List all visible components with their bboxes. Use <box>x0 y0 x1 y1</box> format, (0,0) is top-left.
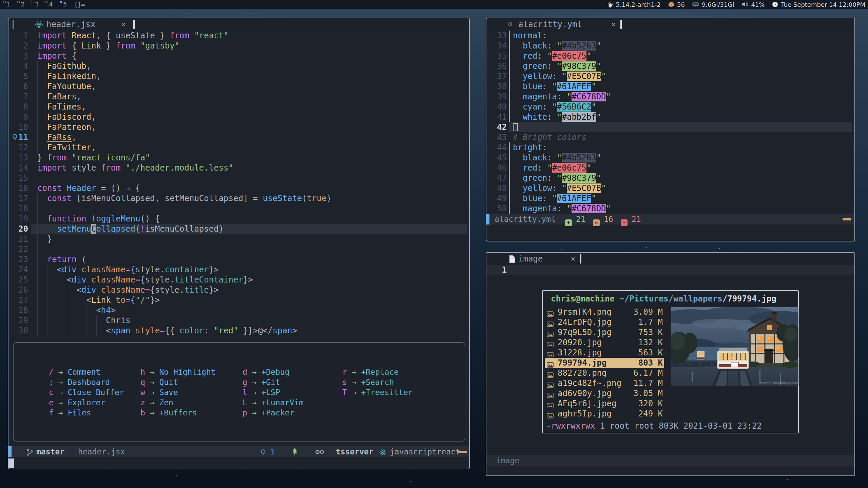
code-line[interactable]: FaPatreon, <box>37 122 96 132</box>
code-line[interactable]: red: "#e06c75" <box>513 51 591 61</box>
code-line[interactable]: FaTimes, <box>37 102 86 112</box>
workspace-4[interactable]: 4 <box>45 0 56 9</box>
code-line[interactable]: <div className={style.container}> <box>37 265 219 275</box>
code-line[interactable]: const [isMenuCollapsed, setMenuCollapsed… <box>37 193 331 203</box>
which-key-item[interactable]: ; → Dashboard <box>49 377 110 387</box>
tab-close-icon[interactable]: ✕ <box>571 254 575 263</box>
code-line[interactable]: yellow: "#E5C07B" <box>513 183 606 193</box>
which-key-item[interactable]: L → +LunarVim <box>243 397 304 408</box>
code-line[interactable]: FaLinkedin, <box>37 71 101 81</box>
code-line[interactable]: } <box>37 234 52 244</box>
tab-image[interactable]: image <box>518 254 543 264</box>
code-line[interactable]: FaRss, <box>37 132 77 142</box>
code-line[interactable]: import style from "./header.module.less" <box>37 163 233 173</box>
code-line[interactable]: FaGithub, <box>37 61 91 71</box>
code-token: ollapsed <box>96 224 135 234</box>
file-row[interactable]: 24LrDFQ.jpg1.7 M <box>545 317 664 327</box>
code-line[interactable]: red: "#e06c75" <box>513 163 591 173</box>
code-line[interactable]: FaYoutube, <box>37 81 96 92</box>
code-token: black <box>523 41 547 51</box>
code-line[interactable]: FaBars, <box>37 92 81 102</box>
file-row[interactable]: 9rsmTK4.png3.09 M <box>545 307 664 317</box>
code-line[interactable]: # Bright colors <box>513 132 586 142</box>
code-line[interactable]: } from "react-icons/fa" <box>37 153 150 163</box>
code-token: : <box>542 143 547 152</box>
code-action-bulb-icon[interactable] <box>11 133 19 142</box>
code-line[interactable]: magenta: "#C678DD" <box>513 203 611 214</box>
code-line[interactable]: <h4> <box>37 305 116 315</box>
code-line[interactable]: import { <box>37 51 77 61</box>
scroll-indicator[interactable] <box>843 218 851 220</box>
code-token: #4b5263 <box>562 153 596 162</box>
workspace-5[interactable]: 5 <box>59 0 70 9</box>
file-row[interactable]: AFq5r6j.jpeg320 K <box>545 398 664 409</box>
file-row[interactable]: 97q9L5D.jpg753 K <box>545 327 664 337</box>
code-line[interactable]: function toggleMenu() { <box>37 214 160 224</box>
code-line[interactable]: import { Link } from "gatsby" <box>37 41 179 51</box>
code-token <box>37 92 47 101</box>
which-key-item[interactable]: r → +Replace <box>342 367 399 377</box>
code-line[interactable]: FaTwitter, <box>37 142 96 153</box>
file-row[interactable]: aghr5Ip.jpg249 K <box>545 409 664 419</box>
which-key-item[interactable]: c → Close Buffer <box>49 387 124 397</box>
code-token: , <box>86 61 91 71</box>
which-key-item[interactable]: l → +LSP <box>243 387 280 397</box>
code-line[interactable]: green: "#98C379" <box>513 173 601 183</box>
which-key-item[interactable]: w → Save <box>140 387 178 397</box>
code-line[interactable]: <Link to={"/"}> <box>37 295 160 305</box>
code-line[interactable]: white: "#abb2bf" <box>513 112 601 122</box>
file-row-selected[interactable]: 799794.jpg803 K <box>545 358 664 368</box>
code-line[interactable]: const Header = () ⇒ { <box>37 183 140 193</box>
code-line[interactable]: blue: "#61AFEF" <box>513 193 596 203</box>
code-line[interactable]: bright: <box>513 142 547 153</box>
which-key-item[interactable]: e → Explorer <box>49 397 105 408</box>
which-key-item[interactable]: / → Comment <box>49 367 100 377</box>
code-line[interactable]: Chris <box>37 315 131 326</box>
tab-headerjsx[interactable]: header.jsx <box>46 19 96 30</box>
file-row[interactable]: 20920.jpg132 K <box>545 337 664 348</box>
code-line[interactable]: black: "#4b5263" <box>513 153 601 163</box>
file-row[interactable]: ad6v90y.jpg3.05 M <box>545 388 664 398</box>
code-line[interactable]: black: "#4b5263" <box>513 41 601 51</box>
code-line[interactable]: normal: <box>513 31 547 41</box>
tab-close-icon[interactable]: ✕ <box>121 20 126 29</box>
which-key-item[interactable]: b → +Buffers <box>140 408 197 418</box>
code-line[interactable]: FaDiscord, <box>37 112 96 122</box>
code-line[interactable]: <div className={style.title}> <box>37 285 219 295</box>
which-key-item[interactable]: T → +Treesitter <box>342 387 413 397</box>
code-line[interactable]: return ( <box>37 254 86 265</box>
code-line[interactable]: <span style={{ color: "red" }}>@</span> <box>37 326 297 336</box>
tab-alacritty[interactable]: alacritty.yml <box>518 19 582 30</box>
which-key-item[interactable]: s → +Search <box>342 377 394 387</box>
which-key-item[interactable]: z → Zen <box>140 397 173 408</box>
scroll-indicator[interactable] <box>458 451 467 453</box>
code-line[interactable]: blue: "#61AFEF" <box>513 81 596 92</box>
file-row[interactable]: 31228.jpg563 K <box>545 348 664 358</box>
which-key-item[interactable]: h → No Highlight <box>140 367 216 377</box>
code-token: " <box>552 102 557 112</box>
code-token <box>37 82 47 91</box>
tab-close-icon[interactable]: ✕ <box>611 20 616 29</box>
arrow-icon: → <box>145 388 159 397</box>
code-line[interactable]: yellow: "#E5C07B" <box>513 71 606 81</box>
workspace-3[interactable]: 3 <box>31 0 42 9</box>
which-key-item[interactable]: f → Files <box>49 408 91 418</box>
code-line[interactable]: cyan: "#56B6C2" <box>513 102 596 112</box>
workspace-1[interactable]: 1 <box>3 0 14 9</box>
which-key-popup: / → Comment; → Dashboardc → Close Buffer… <box>13 342 465 442</box>
workspace-2[interactable]: 2 <box>17 0 28 9</box>
layout-indicator[interactable]: []= <box>75 1 86 8</box>
which-key-item[interactable]: d → +Debug <box>243 367 290 377</box>
which-key-item[interactable]: q → Quit <box>140 377 178 387</box>
which-key-item[interactable]: p → +Packer <box>243 408 294 418</box>
file-row[interactable]: a19c482f~.png11.7 M <box>545 378 664 388</box>
code-line[interactable]: green: "#98C379" <box>513 61 601 71</box>
code-line[interactable]: magenta: "#C678DD" <box>513 92 611 102</box>
which-key-item[interactable]: g → +Git <box>243 377 280 387</box>
code-line[interactable]: setMenuCollapsed(!isMenuCollapsed) <box>37 224 224 234</box>
file-row[interactable]: 882720.png6.17 M <box>545 368 664 378</box>
code-line[interactable]: import React, { useState } from "react" <box>37 31 229 41</box>
command-line[interactable]: <leader> <esc> close <bs> go up one leve… <box>8 457 469 469</box>
code-line[interactable]: <div className={style.titleContainer}> <box>37 275 253 285</box>
code-token: " <box>606 204 611 213</box>
